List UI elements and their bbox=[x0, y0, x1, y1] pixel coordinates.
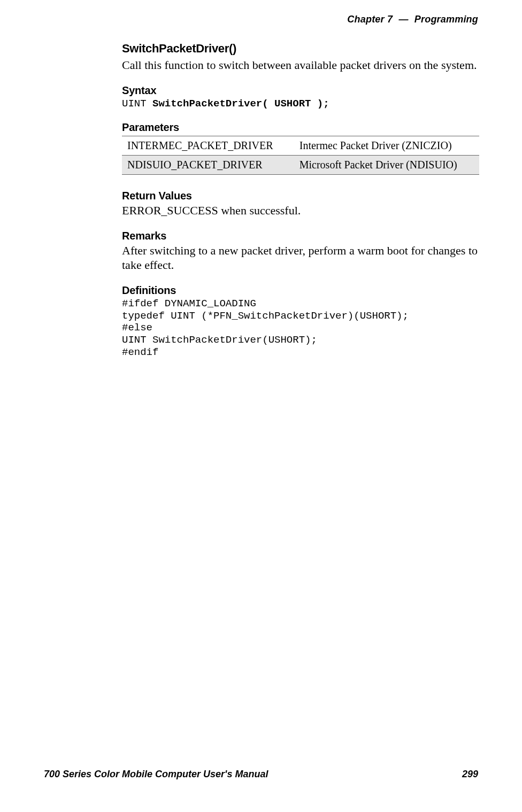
definitions-heading: Definitions bbox=[122, 284, 479, 297]
table-row: INTERMEC_PACKET_DRIVER Intermec Packet D… bbox=[122, 136, 479, 156]
syntax-code-prefix: UINT bbox=[122, 98, 152, 110]
page: Chapter 7 — Programming SwitchPacketDriv… bbox=[0, 0, 522, 812]
header-topic: Programming bbox=[414, 14, 478, 25]
page-number: 299 bbox=[462, 769, 478, 780]
param-name: INTERMEC_PACKET_DRIVER bbox=[122, 136, 294, 156]
footer-title: 700 Series Color Mobile Computer User's … bbox=[44, 769, 268, 780]
return-values-heading: Return Values bbox=[122, 190, 479, 202]
chapter-number: 7 bbox=[387, 14, 393, 25]
header-dash: — bbox=[395, 14, 411, 25]
param-desc: Intermec Packet Driver (ZNICZIO) bbox=[294, 136, 479, 156]
chapter-label: Chapter bbox=[347, 14, 384, 25]
param-name: NDISUIO_PACKET_DRIVER bbox=[122, 156, 294, 175]
content-area: SwitchPacketDriver() Call this function … bbox=[122, 42, 479, 359]
parameters-table: INTERMEC_PACKET_DRIVER Intermec Packet D… bbox=[122, 136, 479, 175]
running-header: Chapter 7 — Programming bbox=[347, 14, 478, 25]
syntax-code-bold: SwitchPacketDriver( USHORT ); bbox=[152, 98, 329, 110]
function-description: Call this function to switch between ava… bbox=[122, 58, 479, 73]
param-desc: Microsoft Packet Driver (NDISUIO) bbox=[294, 156, 479, 175]
return-values-text: ERROR_SUCCESS when successful. bbox=[122, 203, 479, 218]
syntax-heading: Syntax bbox=[122, 84, 479, 97]
parameters-heading: Parameters bbox=[122, 121, 479, 134]
definitions-code: #ifdef DYNAMIC_LOADING typedef UINT (*PF… bbox=[122, 298, 479, 359]
table-row: NDISUIO_PACKET_DRIVER Microsoft Packet D… bbox=[122, 156, 479, 175]
remarks-heading: Remarks bbox=[122, 230, 479, 242]
function-title: SwitchPacketDriver() bbox=[122, 42, 479, 56]
page-footer: 700 Series Color Mobile Computer User's … bbox=[44, 769, 478, 780]
syntax-code: UINT SwitchPacketDriver( USHORT ); bbox=[122, 98, 479, 110]
remarks-text: After switching to a new packet driver, … bbox=[122, 243, 479, 273]
